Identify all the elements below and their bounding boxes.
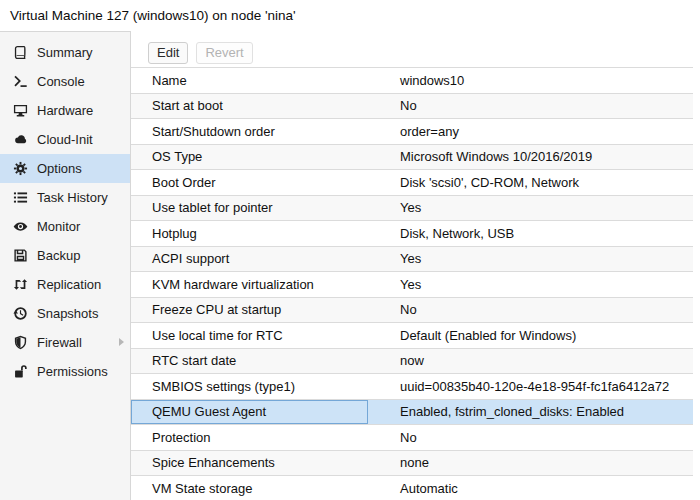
sidebar-item-label: Snapshots bbox=[37, 306, 98, 321]
option-value: No bbox=[368, 298, 693, 323]
option-name: Protection bbox=[131, 425, 368, 450]
table-row[interactable]: Protection No bbox=[131, 425, 693, 451]
table-row[interactable]: Start at boot No bbox=[131, 94, 693, 120]
option-name: KVM hardware virtualization bbox=[131, 272, 368, 297]
sidebar: Summary Console Hardware Cloud-Init Opti… bbox=[0, 31, 131, 500]
option-name: VM State storage bbox=[131, 476, 368, 500]
sidebar-item-replication[interactable]: Replication bbox=[0, 270, 130, 299]
option-name: Spice Enhancements bbox=[131, 451, 368, 476]
option-name: Name bbox=[131, 68, 368, 93]
sidebar-item-snapshots[interactable]: Snapshots bbox=[0, 299, 130, 328]
options-grid: Name windows10 Start at boot No Start/Sh… bbox=[131, 67, 693, 500]
edit-button[interactable]: Edit bbox=[148, 42, 188, 64]
options-toolbar: Edit Revert bbox=[131, 31, 700, 67]
book-icon bbox=[13, 45, 28, 60]
table-row[interactable]: Boot Order Disk 'scsi0', CD-ROM, Network bbox=[131, 170, 693, 196]
table-row[interactable]: Name windows10 bbox=[131, 68, 693, 94]
option-value: none bbox=[368, 451, 693, 476]
table-row[interactable]: KVM hardware virtualization Yes bbox=[131, 272, 693, 298]
sidebar-item-label: Hardware bbox=[37, 103, 93, 118]
sidebar-item-label: Summary bbox=[37, 45, 93, 60]
option-value: Enabled, fstrim_cloned_disks: Enabled bbox=[368, 400, 693, 425]
option-value: now bbox=[368, 349, 693, 374]
sidebar-item-label: Options bbox=[37, 161, 82, 176]
table-row[interactable]: OS Type Microsoft Windows 10/2016/2019 bbox=[131, 145, 693, 171]
gear-icon bbox=[13, 161, 28, 176]
sidebar-item-label: Cloud-Init bbox=[37, 132, 93, 147]
option-name: Hotplug bbox=[131, 221, 368, 246]
option-name: SMBIOS settings (type1) bbox=[131, 374, 368, 399]
cloud-icon bbox=[13, 132, 28, 147]
desktop-icon bbox=[13, 103, 28, 118]
sidebar-item-backup[interactable]: Backup bbox=[0, 241, 130, 270]
option-name: Use tablet for pointer bbox=[131, 196, 368, 221]
sidebar-item-label: Backup bbox=[37, 248, 80, 263]
option-value: Default (Enabled for Windows) bbox=[368, 323, 693, 348]
options-panel: Edit Revert Name windows10 Start at boot… bbox=[131, 31, 700, 500]
option-name: Use local time for RTC bbox=[131, 323, 368, 348]
sidebar-item-firewall[interactable]: Firewall bbox=[0, 328, 130, 357]
sidebar-item-label: Task History bbox=[37, 190, 108, 205]
sidebar-item-label: Replication bbox=[37, 277, 101, 292]
option-value: Disk, Network, USB bbox=[368, 221, 693, 246]
option-name: Boot Order bbox=[131, 170, 368, 195]
option-value: Automatic bbox=[368, 476, 693, 500]
option-value: uuid=00835b40-120e-4e18-954f-fc1fa6412a7… bbox=[368, 374, 693, 399]
option-name: Start/Shutdown order bbox=[131, 119, 368, 144]
sidebar-item-task-history[interactable]: Task History bbox=[0, 183, 130, 212]
option-value: Disk 'scsi0', CD-ROM, Network bbox=[368, 170, 693, 195]
floppy-icon bbox=[13, 248, 28, 263]
option-name: ACPI support bbox=[131, 247, 368, 272]
unlock-icon bbox=[13, 364, 28, 379]
option-value: order=any bbox=[368, 119, 693, 144]
table-row[interactable]: Hotplug Disk, Network, USB bbox=[131, 221, 693, 247]
sidebar-item-cloud-init[interactable]: Cloud-Init bbox=[0, 125, 130, 154]
sidebar-item-options[interactable]: Options bbox=[0, 154, 130, 183]
table-row[interactable]: Use local time for RTC Default (Enabled … bbox=[131, 323, 693, 349]
table-row[interactable]: SMBIOS settings (type1) uuid=00835b40-12… bbox=[131, 374, 693, 400]
sidebar-item-label: Permissions bbox=[37, 364, 108, 379]
table-row[interactable]: RTC start date now bbox=[131, 349, 693, 375]
chevron-right-icon bbox=[119, 338, 124, 346]
sidebar-item-summary[interactable]: Summary bbox=[0, 38, 130, 67]
option-value: No bbox=[368, 425, 693, 450]
option-value: No bbox=[368, 94, 693, 119]
sidebar-item-label: Monitor bbox=[37, 219, 80, 234]
option-name: QEMU Guest Agent bbox=[131, 400, 368, 425]
eye-icon bbox=[13, 219, 28, 234]
table-row[interactable]: Use tablet for pointer Yes bbox=[131, 196, 693, 222]
table-row[interactable]: VM State storage Automatic bbox=[131, 476, 693, 500]
sidebar-item-label: Firewall bbox=[37, 335, 82, 350]
option-value: Yes bbox=[368, 272, 693, 297]
terminal-icon bbox=[13, 74, 28, 89]
list-icon bbox=[13, 190, 28, 205]
table-row[interactable]: ACPI support Yes bbox=[131, 247, 693, 273]
table-row[interactable]: Start/Shutdown order order=any bbox=[131, 119, 693, 145]
table-row-selected[interactable]: QEMU Guest Agent Enabled, fstrim_cloned_… bbox=[131, 400, 693, 426]
option-value: Yes bbox=[368, 196, 693, 221]
sidebar-item-label: Console bbox=[37, 74, 85, 89]
table-row[interactable]: Freeze CPU at startup No bbox=[131, 298, 693, 324]
option-value: Yes bbox=[368, 247, 693, 272]
option-name: Freeze CPU at startup bbox=[131, 298, 368, 323]
option-value: windows10 bbox=[368, 68, 693, 93]
option-name: RTC start date bbox=[131, 349, 368, 374]
sidebar-item-console[interactable]: Console bbox=[0, 67, 130, 96]
page-title: Virtual Machine 127 (windows10) on node … bbox=[0, 0, 700, 31]
history-icon bbox=[13, 306, 28, 321]
revert-button[interactable]: Revert bbox=[196, 42, 252, 64]
sidebar-item-permissions[interactable]: Permissions bbox=[0, 357, 130, 386]
main-layout: Summary Console Hardware Cloud-Init Opti… bbox=[0, 31, 700, 500]
option-name: OS Type bbox=[131, 145, 368, 170]
table-row[interactable]: Spice Enhancements none bbox=[131, 451, 693, 477]
option-name: Start at boot bbox=[131, 94, 368, 119]
shield-icon bbox=[13, 335, 28, 350]
sidebar-item-hardware[interactable]: Hardware bbox=[0, 96, 130, 125]
option-value: Microsoft Windows 10/2016/2019 bbox=[368, 145, 693, 170]
retweet-icon bbox=[13, 277, 28, 292]
sidebar-item-monitor[interactable]: Monitor bbox=[0, 212, 130, 241]
